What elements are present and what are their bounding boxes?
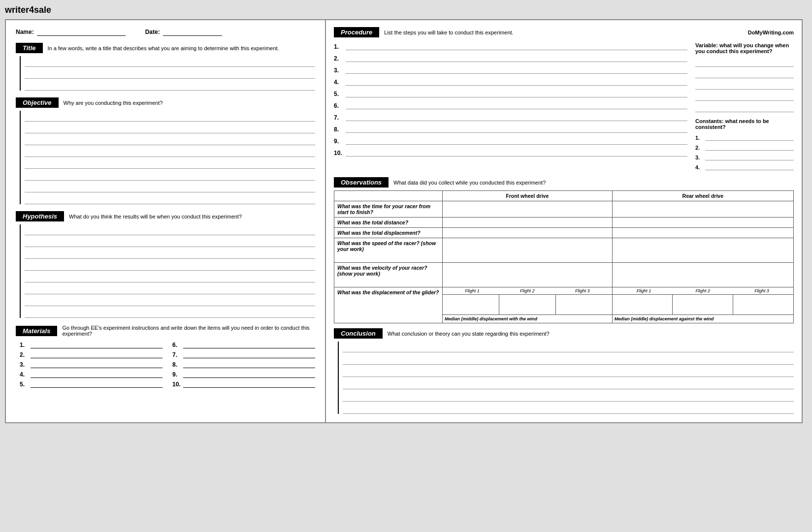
proc-step-1: 1. [334,42,687,50]
obs-front-speed[interactable] [443,238,613,263]
name-input[interactable] [37,28,126,36]
date-input[interactable] [163,28,222,36]
mat-num-2: 2. [20,351,29,358]
mat-line-7[interactable] [183,350,315,358]
obs-header-row: Front wheel drive Rear wheel drive [334,191,794,201]
rear-flight2-label: Flight 2 [696,288,711,293]
obj-line-2[interactable] [25,123,315,133]
rear-f3-cell[interactable] [733,295,793,314]
obs-front-displacement[interactable] [443,228,613,238]
mat-num-6: 6. [172,342,181,348]
front-f3-cell[interactable] [556,295,612,314]
hyp-line-3[interactable] [25,248,315,259]
obj-line-1[interactable] [25,111,315,122]
hyp-line-1[interactable] [25,224,315,235]
rear-f1-cell[interactable] [613,295,673,314]
rear-f2-cell[interactable] [673,295,733,314]
obs-front-time[interactable] [443,201,613,218]
obs-rear-distance[interactable] [612,218,793,228]
hypothesis-header-row: Hypothesis What do you think the results… [16,211,315,221]
mat-line-3[interactable] [31,360,162,368]
conclusion-hint: What conclusion or theory can you state … [388,331,550,337]
concl-line-2[interactable] [343,354,794,365]
step-num-6: 6. [334,102,343,109]
mat-num-3: 3. [20,361,29,368]
hyp-line-5[interactable] [25,272,315,282]
step-line-7[interactable] [346,113,687,121]
step-line-10[interactable] [346,149,687,156]
hyp-line-8[interactable] [25,307,315,318]
step-line-3[interactable] [346,66,687,74]
variable-title: Variable: what will you change when you … [695,42,794,54]
obj-line-6[interactable] [25,170,315,181]
constants-title: Constants: what needs to be consistent? [695,118,794,130]
mat-line-1[interactable] [31,341,162,348]
mat-line-9[interactable] [183,370,315,378]
mat-item-1: 1. [20,341,162,348]
hypothesis-section: Hypothesis What do you think the results… [16,211,315,318]
front-f2-cell[interactable] [499,295,556,314]
obs-row-time: What was the time for your racer from st… [334,201,794,218]
mat-item-7: 7. [172,350,315,358]
title-header-row: Title In a few words, write a title that… [16,43,315,53]
objective-header-row: Objective Why are you conducting this ex… [16,97,315,108]
front-flight2-label: Flight 2 [520,288,535,293]
mat-line-8[interactable] [183,360,315,368]
step-line-9[interactable] [346,137,687,145]
step-line-6[interactable] [346,101,687,109]
obj-line-3[interactable] [25,134,315,145]
mat-line-2[interactable] [31,350,162,358]
title-line-3[interactable] [25,80,315,91]
var-line-2[interactable] [695,68,794,78]
const-line-1[interactable] [705,133,794,141]
title-line-2[interactable] [25,68,315,79]
step-line-8[interactable] [346,125,687,133]
hyp-line-4[interactable] [25,260,315,271]
concl-line-3[interactable] [343,366,794,377]
var-line-5[interactable] [695,102,794,112]
var-line-4[interactable] [695,91,794,101]
obj-line-5[interactable] [25,158,315,169]
var-line-3[interactable] [695,80,794,90]
materials-grid: 1. 6. 2. 7. 3. [20,341,315,388]
front-f1-cell[interactable] [443,295,499,314]
proc-step-2: 2. [334,54,687,62]
mat-line-6[interactable] [183,341,315,348]
proc-step-9: 9. [334,137,687,145]
title-line-1[interactable] [25,56,315,67]
hyp-line-7[interactable] [25,295,315,306]
obj-line-7[interactable] [25,182,315,192]
const-item-3: 3. [695,153,794,160]
step-line-5[interactable] [346,90,687,97]
step-line-1[interactable] [346,42,687,50]
domywriting-label: DoMyWriting.com [748,30,794,35]
const-line-3[interactable] [705,153,794,160]
obs-rear-speed[interactable] [612,238,793,263]
hyp-line-2[interactable] [25,236,315,247]
step-num-1: 1. [334,43,343,50]
const-line-4[interactable] [705,162,794,170]
obs-rear-velocity[interactable] [612,263,793,287]
const-line-2[interactable] [705,143,794,151]
step-line-4[interactable] [346,78,687,86]
concl-line-5[interactable] [343,391,794,402]
concl-line-4[interactable] [343,378,794,389]
obs-rear-time[interactable] [612,201,793,218]
concl-line-6[interactable] [343,403,794,414]
obj-line-4[interactable] [25,146,315,157]
step-line-2[interactable] [346,54,687,62]
title-lines [20,56,315,91]
mat-line-5[interactable] [31,380,162,388]
mat-line-10[interactable] [183,380,315,388]
hyp-line-6[interactable] [25,283,315,294]
var-line-1[interactable] [695,57,794,67]
materials-section: Materials Go through EE's experiment ins… [16,325,315,388]
mat-line-4[interactable] [31,370,162,378]
obs-front-velocity[interactable] [443,263,613,287]
obs-row-displacement: What was the total displacement? [334,228,794,238]
obs-front-distance[interactable] [443,218,613,228]
step-num-2: 2. [334,55,343,62]
obj-line-8[interactable] [25,193,315,204]
concl-line-1[interactable] [343,342,794,352]
obs-rear-displacement[interactable] [612,228,793,238]
